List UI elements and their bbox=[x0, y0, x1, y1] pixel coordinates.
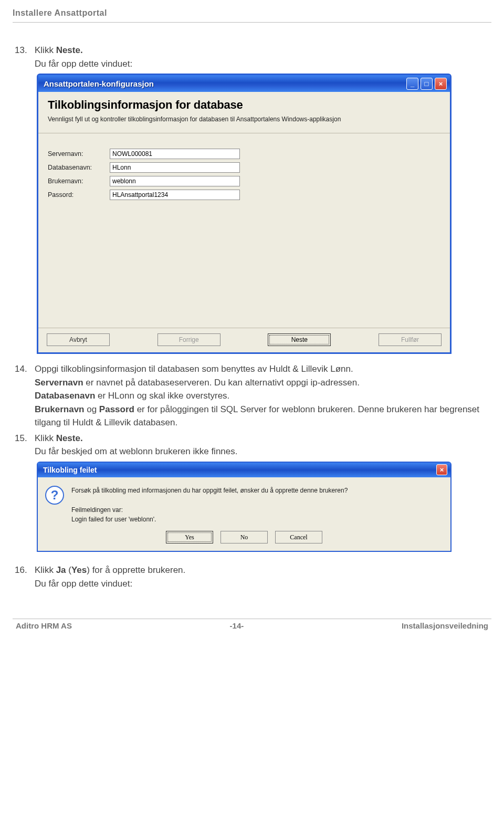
window-title: Tilkobling feilet bbox=[43, 466, 97, 474]
step-number: 16. bbox=[15, 563, 35, 590]
dialog-subtext: Vennligst fyll ut og kontroller tilkobli… bbox=[48, 115, 440, 123]
error-text-3: Login failed for user 'weblonn'. bbox=[71, 515, 348, 525]
text: ( bbox=[66, 565, 71, 575]
step-13: 13. Klikk Neste. Du får opp dette vindue… bbox=[0, 44, 504, 70]
step-number: 15. bbox=[15, 432, 35, 458]
password-input[interactable] bbox=[110, 190, 240, 200]
text-bold: Servernavn bbox=[35, 378, 83, 388]
password-label: Passord: bbox=[48, 191, 110, 198]
databasename-label: Databasenavn: bbox=[48, 164, 110, 171]
text: Klikk bbox=[35, 45, 56, 55]
username-input[interactable] bbox=[110, 176, 240, 186]
footer-divider bbox=[13, 619, 491, 619]
text: er navnet på databaseserveren. Du kan al… bbox=[83, 378, 360, 388]
text: Oppgi tilkoblingsinformasjon til databas… bbox=[35, 364, 353, 374]
error-text-2: Feilmeldingen var: bbox=[71, 505, 348, 515]
text: Klikk bbox=[35, 433, 56, 443]
text-bold: Brukernavn bbox=[35, 404, 84, 414]
databasename-input[interactable] bbox=[110, 162, 240, 173]
text: er HLonn og skal ikke overstyres. bbox=[95, 391, 229, 401]
header-divider bbox=[13, 22, 491, 23]
step-14-15: 14. Oppgi tilkoblingsinformasjon til dat… bbox=[0, 362, 504, 458]
close-icon[interactable]: × bbox=[436, 464, 447, 475]
text-bold: Ja bbox=[56, 565, 66, 575]
step-16: 16. Klikk Ja (Yes) for å opprette bruker… bbox=[0, 558, 504, 590]
page-header: Installere Ansattportal bbox=[0, 0, 504, 21]
footer-center: -14- bbox=[230, 621, 244, 630]
minimize-icon[interactable]: _ bbox=[406, 78, 418, 90]
previous-button[interactable]: Forrige bbox=[158, 333, 220, 346]
text: Klikk bbox=[35, 565, 56, 575]
maximize-icon[interactable]: □ bbox=[421, 78, 433, 90]
title-bar[interactable]: Tilkobling feilet × bbox=[38, 463, 450, 477]
error-dialog: Tilkobling feilet × ? Forsøk på tilkobli… bbox=[37, 462, 452, 552]
finish-button[interactable]: Fullfør bbox=[379, 333, 442, 346]
text: Du får beskjed om at weblonn brukeren ik… bbox=[35, 446, 237, 456]
step-number: 14. bbox=[15, 362, 35, 430]
servername-input[interactable] bbox=[110, 149, 240, 159]
text-bold: Passord bbox=[99, 404, 134, 414]
close-icon[interactable]: × bbox=[435, 78, 447, 90]
title-bar[interactable]: Ansattportalen-konfigurasjon _ □ × bbox=[38, 75, 450, 92]
question-icon: ? bbox=[45, 486, 64, 505]
config-dialog: Ansattportalen-konfigurasjon _ □ × Tilko… bbox=[37, 74, 452, 354]
page-footer: Aditro HRM AS -14- Installasjonsveiledni… bbox=[0, 621, 504, 640]
dialog-heading: Tilkoblingsinformasjon for database bbox=[48, 98, 440, 112]
step-number: 13. bbox=[15, 44, 35, 70]
text-bold: Neste. bbox=[56, 45, 83, 55]
text: og bbox=[84, 404, 99, 414]
text-bold: Neste. bbox=[56, 433, 83, 443]
text: ) for å opprette brukeren. bbox=[87, 565, 185, 575]
yes-button[interactable]: Yes bbox=[166, 531, 213, 543]
text: Du får opp dette vinduet: bbox=[35, 579, 132, 589]
window-title: Ansattportalen-konfigurasjon bbox=[44, 79, 154, 88]
no-button[interactable]: No bbox=[220, 531, 268, 543]
error-text-1: Forsøk på tilkobling med informasjonen d… bbox=[71, 486, 348, 496]
text: Du får opp dette vinduet: bbox=[35, 59, 132, 69]
cancel-button[interactable]: Cancel bbox=[275, 531, 322, 543]
footer-right: Installasjonsveiledning bbox=[402, 621, 488, 630]
text-bold: Databasenavn bbox=[35, 391, 95, 401]
username-label: Brukernavn: bbox=[48, 177, 110, 185]
servername-label: Servernavn: bbox=[48, 150, 110, 158]
footer-left: Aditro HRM AS bbox=[16, 621, 72, 630]
text-bold: Yes bbox=[71, 565, 87, 575]
cancel-button[interactable]: Avbryt bbox=[47, 333, 110, 346]
next-button[interactable]: Neste bbox=[268, 333, 331, 346]
